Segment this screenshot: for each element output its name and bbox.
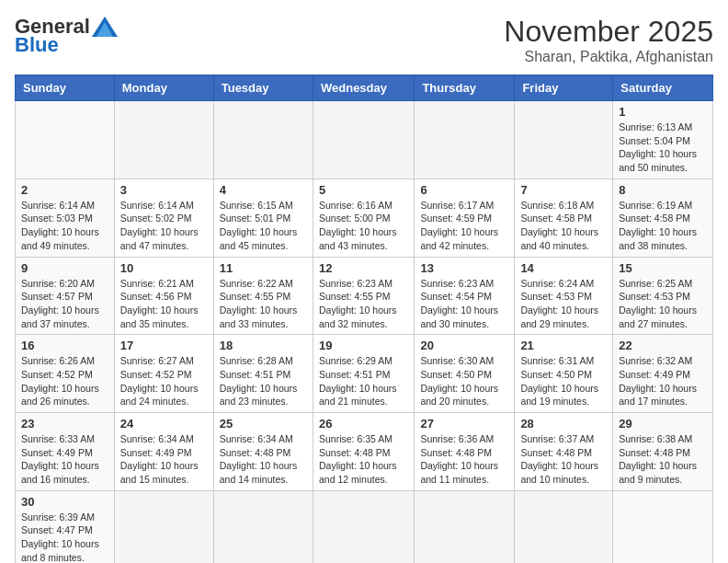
day-header-saturday: Saturday [613,75,713,101]
day-info: Sunrise: 6:35 AM Sunset: 4:48 PM Dayligh… [319,432,408,487]
calendar-cell: 2Sunrise: 6:14 AM Sunset: 5:03 PM Daylig… [16,178,115,257]
day-number: 27 [420,417,508,431]
calendar-cell: 4Sunrise: 6:15 AM Sunset: 5:01 PM Daylig… [213,178,313,257]
calendar-cell [415,101,515,179]
calendar-cell [415,490,515,563]
day-info: Sunrise: 6:22 AM Sunset: 4:55 PM Dayligh… [220,277,307,331]
day-info: Sunrise: 6:38 AM Sunset: 4:48 PM Dayligh… [619,432,707,487]
day-info: Sunrise: 6:25 AM Sunset: 4:53 PM Dayligh… [619,277,707,331]
day-info: Sunrise: 6:13 AM Sunset: 5:04 PM Dayligh… [619,121,707,175]
day-info: Sunrise: 6:39 AM Sunset: 4:47 PM Dayligh… [21,511,108,563]
day-number: 7 [520,183,607,197]
logo-icon [92,17,118,37]
day-number: 22 [619,339,707,352]
calendar-cell [313,490,414,563]
day-number: 12 [319,261,408,275]
day-number: 3 [120,183,208,197]
calendar-cell: 30Sunrise: 6:39 AM Sunset: 4:47 PM Dayli… [16,490,115,563]
day-info: Sunrise: 6:32 AM Sunset: 4:49 PM Dayligh… [619,354,707,408]
day-header-friday: Friday [515,75,613,101]
day-number: 24 [120,417,208,431]
day-header-monday: Monday [114,75,213,101]
day-number: 10 [120,261,208,275]
title-area: November 2025 Sharan, Paktika, Afghanist… [504,15,713,65]
day-number: 6 [420,183,508,197]
day-info: Sunrise: 6:14 AM Sunset: 5:02 PM Dayligh… [120,199,208,253]
day-info: Sunrise: 6:21 AM Sunset: 4:56 PM Dayligh… [120,277,208,331]
calendar-cell [114,490,213,563]
calendar-cell: 7Sunrise: 6:18 AM Sunset: 4:58 PM Daylig… [515,178,613,257]
day-number: 20 [420,339,508,352]
calendar-cell: 10Sunrise: 6:21 AM Sunset: 4:56 PM Dayli… [114,257,213,335]
calendar-cell: 15Sunrise: 6:25 AM Sunset: 4:53 PM Dayli… [613,257,713,335]
calendar-cell: 18Sunrise: 6:28 AM Sunset: 4:51 PM Dayli… [213,335,313,413]
calendar-cell: 22Sunrise: 6:32 AM Sunset: 4:49 PM Dayli… [613,335,713,413]
day-number: 23 [21,417,108,431]
calendar-cell: 12Sunrise: 6:23 AM Sunset: 4:55 PM Dayli… [313,257,414,335]
day-number: 25 [220,417,307,431]
day-header-wednesday: Wednesday [313,75,414,101]
day-info: Sunrise: 6:34 AM Sunset: 4:49 PM Dayligh… [120,432,208,487]
day-number: 28 [520,417,607,431]
day-info: Sunrise: 6:16 AM Sunset: 5:00 PM Dayligh… [319,199,408,253]
day-info: Sunrise: 6:36 AM Sunset: 4:48 PM Dayligh… [420,432,508,487]
day-number: 13 [420,261,508,275]
calendar-cell: 27Sunrise: 6:36 AM Sunset: 4:48 PM Dayli… [415,413,515,491]
logo: General Blue [15,15,118,57]
calendar-cell: 5Sunrise: 6:16 AM Sunset: 5:00 PM Daylig… [313,178,414,257]
calendar-cell: 16Sunrise: 6:26 AM Sunset: 4:52 PM Dayli… [16,335,115,413]
calendar-cell: 8Sunrise: 6:19 AM Sunset: 4:58 PM Daylig… [613,178,713,257]
calendar-cell: 11Sunrise: 6:22 AM Sunset: 4:55 PM Dayli… [213,257,313,335]
day-info: Sunrise: 6:33 AM Sunset: 4:49 PM Dayligh… [21,432,108,487]
day-info: Sunrise: 6:23 AM Sunset: 4:54 PM Dayligh… [420,277,508,331]
day-number: 26 [319,417,408,431]
day-info: Sunrise: 6:27 AM Sunset: 4:52 PM Dayligh… [120,354,208,408]
calendar-cell: 21Sunrise: 6:31 AM Sunset: 4:50 PM Dayli… [515,335,613,413]
calendar-cell: 28Sunrise: 6:37 AM Sunset: 4:48 PM Dayli… [515,413,613,491]
day-info: Sunrise: 6:31 AM Sunset: 4:50 PM Dayligh… [520,354,607,408]
calendar-cell: 29Sunrise: 6:38 AM Sunset: 4:48 PM Dayli… [613,413,713,491]
day-number: 14 [520,261,607,275]
day-number: 30 [21,495,108,509]
calendar-cell: 24Sunrise: 6:34 AM Sunset: 4:49 PM Dayli… [114,413,213,491]
calendar-cell: 13Sunrise: 6:23 AM Sunset: 4:54 PM Dayli… [415,257,515,335]
day-header-sunday: Sunday [16,75,115,101]
calendar-cell: 3Sunrise: 6:14 AM Sunset: 5:02 PM Daylig… [114,178,213,257]
day-header-thursday: Thursday [415,75,515,101]
calendar-cell: 26Sunrise: 6:35 AM Sunset: 4:48 PM Dayli… [313,413,414,491]
day-number: 29 [619,417,707,431]
location-subtitle: Sharan, Paktika, Afghanistan [504,49,713,65]
day-number: 2 [21,183,108,197]
calendar-cell: 1Sunrise: 6:13 AM Sunset: 5:04 PM Daylig… [613,101,713,179]
logo-blue-text: Blue [15,33,59,57]
calendar-cell: 14Sunrise: 6:24 AM Sunset: 4:53 PM Dayli… [515,257,613,335]
calendar-cell: 25Sunrise: 6:34 AM Sunset: 4:48 PM Dayli… [213,413,313,491]
calendar-cell: 19Sunrise: 6:29 AM Sunset: 4:51 PM Dayli… [313,335,414,413]
day-info: Sunrise: 6:34 AM Sunset: 4:48 PM Dayligh… [220,432,307,487]
day-number: 16 [21,339,108,352]
day-info: Sunrise: 6:15 AM Sunset: 5:01 PM Dayligh… [220,199,307,253]
day-number: 18 [220,339,307,352]
page-header: General Blue November 2025 Sharan, Pakti… [15,15,713,65]
day-info: Sunrise: 6:26 AM Sunset: 4:52 PM Dayligh… [21,354,108,408]
calendar-cell: 6Sunrise: 6:17 AM Sunset: 4:59 PM Daylig… [415,178,515,257]
day-number: 19 [319,339,408,352]
day-number: 11 [220,261,307,275]
day-info: Sunrise: 6:20 AM Sunset: 4:57 PM Dayligh… [21,277,108,331]
calendar-cell [515,101,613,179]
day-number: 21 [520,339,607,352]
calendar-cell [114,101,213,179]
day-info: Sunrise: 6:24 AM Sunset: 4:53 PM Dayligh… [520,277,607,331]
day-info: Sunrise: 6:37 AM Sunset: 4:48 PM Dayligh… [520,432,607,487]
calendar-cell: 20Sunrise: 6:30 AM Sunset: 4:50 PM Dayli… [415,335,515,413]
day-number: 15 [619,261,707,275]
day-info: Sunrise: 6:30 AM Sunset: 4:50 PM Dayligh… [420,354,508,408]
calendar-cell: 17Sunrise: 6:27 AM Sunset: 4:52 PM Dayli… [114,335,213,413]
day-number: 5 [319,183,408,197]
calendar-cell [613,490,713,563]
day-number: 17 [120,339,208,352]
day-number: 9 [21,261,108,275]
day-number: 8 [619,183,707,197]
day-info: Sunrise: 6:23 AM Sunset: 4:55 PM Dayligh… [319,277,408,331]
day-number: 4 [220,183,307,197]
